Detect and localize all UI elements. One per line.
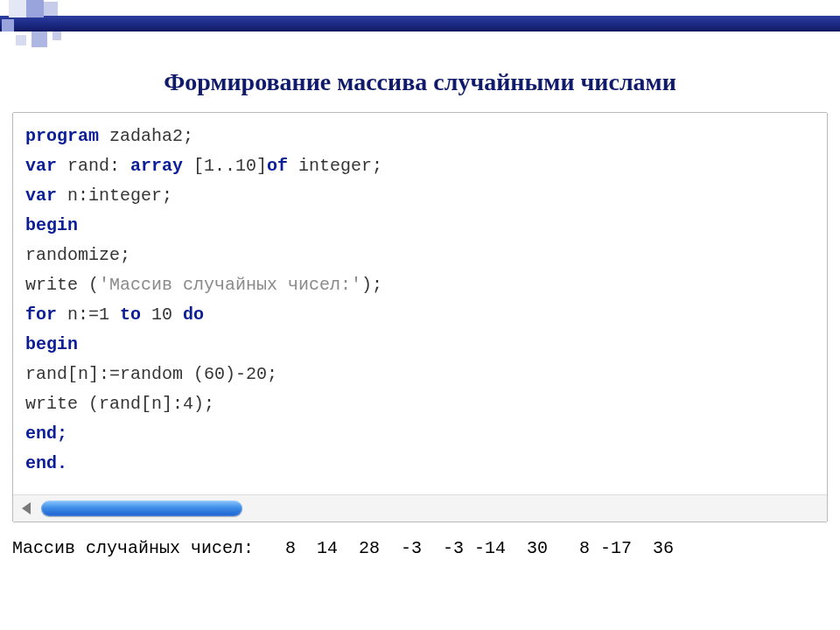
scroll-thumb[interactable] [41, 500, 242, 516]
scroll-left-icon[interactable] [22, 502, 31, 514]
decor-square [2, 19, 14, 32]
decor-square [9, 0, 26, 18]
code-listing: program zadaha2; var rand: array [1..10]… [13, 113, 827, 494]
header-decoration [0, 0, 840, 49]
decor-square [32, 32, 47, 47]
code-panel: program zadaha2; var rand: array [1..10]… [12, 112, 828, 522]
decor-square [52, 32, 61, 40]
page-title: Формирование массива случайными числами [0, 68, 840, 96]
horizontal-scrollbar[interactable] [13, 494, 827, 522]
program-output: Массив случайных чисел: 8 14 28 -3 -3 -1… [12, 538, 828, 558]
decor-square [26, 0, 44, 18]
decor-square [44, 2, 58, 16]
output-text: Массив случайных чисел: 8 14 28 -3 -3 -1… [12, 538, 674, 558]
header-stripe [0, 16, 840, 32]
decor-square [16, 35, 26, 46]
